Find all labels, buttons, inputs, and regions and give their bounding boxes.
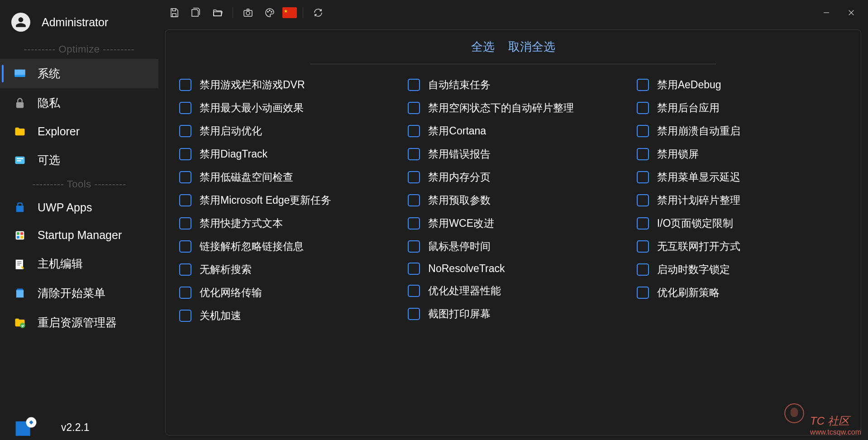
checkbox-item[interactable]: 鼠标悬停时间 — [408, 239, 623, 253]
save-all-button[interactable] — [187, 4, 205, 22]
checkbox-icon — [179, 287, 191, 299]
sidebar-item-optional[interactable]: 可选 — [0, 145, 158, 175]
checkbox-icon — [408, 148, 420, 160]
checkbox-item[interactable]: 优化刷新策略 — [637, 286, 852, 300]
checkbox-icon — [637, 287, 649, 299]
checkbox-label: 禁用预取参数 — [428, 193, 491, 207]
checkbox-icon — [637, 217, 649, 230]
checkbox-grid: 禁用游戏栏和游戏DVR 禁用最大最小动画效果 禁用启动优化 禁用DiagTrac… — [175, 78, 852, 323]
store-icon — [14, 201, 26, 214]
checkbox-item[interactable]: 禁用锁屏 — [637, 147, 852, 161]
checkbox-item[interactable]: 禁用Cortana — [408, 124, 623, 138]
refresh-button[interactable] — [309, 4, 327, 22]
checkbox-item[interactable]: NoResolveTrack — [408, 263, 623, 275]
checkbox-label: 无互联网打开方式 — [657, 239, 740, 253]
sidebar-item-clearstart[interactable]: 清除开始菜单 — [0, 278, 158, 308]
theme-button[interactable] — [261, 4, 279, 22]
checkbox-item[interactable]: 禁用预取参数 — [408, 193, 623, 207]
checkbox-label: 禁用低磁盘空间检查 — [200, 170, 293, 184]
checkbox-item[interactable]: 禁用崩溃自动重启 — [637, 124, 852, 138]
version-section: v2.2.1 — [14, 415, 90, 440]
svg-rect-8 — [20, 232, 23, 235]
svg-point-19 — [269, 10, 270, 11]
checkbox-icon — [179, 148, 191, 160]
checkbox-icon — [408, 102, 420, 114]
checkbox-item[interactable]: 优化网络传输 — [179, 286, 394, 300]
checkbox-label: 禁用Microsoft Edge更新任务 — [200, 193, 331, 207]
minimize-button[interactable] — [816, 4, 836, 22]
svg-rect-1 — [14, 69, 25, 75]
checkbox-label: 禁用锁屏 — [657, 147, 699, 161]
svg-rect-2 — [16, 102, 24, 108]
checkbox-icon — [637, 102, 649, 114]
checkbox-item[interactable]: 禁用快捷方式文本 — [179, 216, 394, 230]
save-all-icon — [191, 7, 201, 18]
checkbox-icon — [179, 310, 191, 322]
checkbox-icon — [408, 263, 420, 275]
checkbox-icon — [637, 263, 649, 276]
optional-icon — [14, 154, 26, 167]
checkbox-item[interactable]: 禁用错误报告 — [408, 147, 623, 161]
checkbox-item[interactable]: 关机加速 — [179, 309, 394, 323]
save-icon — [169, 7, 180, 18]
watermark-url: www.tcsqw.com — [810, 428, 861, 436]
username: Administrator — [42, 16, 108, 29]
checkbox-item[interactable]: 禁用DiagTrack — [179, 147, 394, 161]
checkbox-item[interactable]: 优化处理器性能 — [408, 284, 623, 298]
sidebar-item-privacy[interactable]: 隐私 — [0, 88, 158, 118]
checkbox-item[interactable]: 禁用计划碎片整理 — [637, 193, 852, 207]
checkbox-item[interactable]: 禁用启动优化 — [179, 124, 394, 138]
nav-label: 系统 — [38, 66, 60, 81]
checkbox-item[interactable]: 启动时数字锁定 — [637, 263, 852, 277]
checkbox-item[interactable]: 禁用WCE改进 — [408, 216, 623, 230]
checkbox-item[interactable]: 禁用低磁盘空间检查 — [179, 170, 394, 184]
sidebar-item-startup[interactable]: Startup Manager — [0, 221, 158, 249]
checkbox-icon — [408, 79, 420, 91]
svg-point-18 — [267, 11, 268, 12]
checkbox-icon — [179, 240, 191, 253]
nav-label: 可选 — [38, 153, 60, 167]
checkbox-item[interactable]: 自动结束任务 — [408, 78, 623, 92]
checkbox-item[interactable]: 无互联网打开方式 — [637, 239, 852, 253]
checkbox-item[interactable]: 链接解析忽略链接信息 — [179, 239, 394, 253]
checkbox-item[interactable]: 禁用菜单显示延迟 — [637, 170, 852, 184]
sidebar-item-hostedit[interactable]: 主机编辑 — [0, 249, 158, 278]
sidebar-item-uwp[interactable]: UWP Apps — [0, 194, 158, 221]
checkbox-column: 禁用AeDebug 禁用后台应用 禁用崩溃自动重启 禁用锁屏 禁用菜单显示延迟 … — [637, 78, 852, 323]
palette-icon — [264, 7, 275, 18]
sidebar-item-restartexplorer[interactable]: 重启资源管理器 — [0, 308, 158, 337]
checkbox-item[interactable]: 禁用后台应用 — [637, 101, 852, 115]
screenshot-button[interactable] — [239, 4, 257, 22]
checkbox-item[interactable]: 禁用AeDebug — [637, 78, 852, 92]
close-button[interactable] — [841, 4, 861, 22]
save-button[interactable] — [165, 4, 183, 22]
checkbox-label: 截图打印屏幕 — [428, 307, 491, 321]
section-tools-label: --------- Tools --------- — [0, 175, 158, 194]
checkbox-icon — [637, 79, 649, 91]
toolbar-separator — [303, 7, 303, 18]
app-logo-icon — [14, 415, 38, 440]
checkbox-item[interactable]: 截图打印屏幕 — [408, 307, 623, 321]
toolbar — [158, 0, 868, 25]
open-button[interactable] — [209, 4, 227, 22]
checkbox-item[interactable]: 禁用Microsoft Edge更新任务 — [179, 193, 394, 207]
checkbox-item[interactable]: I/O页面锁定限制 — [637, 216, 852, 230]
checkbox-label: 优化处理器性能 — [428, 284, 501, 298]
checkbox-item[interactable]: 禁用游戏栏和游戏DVR — [179, 78, 394, 92]
checkbox-item[interactable]: 无解析搜索 — [179, 263, 394, 277]
sidebar-item-system[interactable]: 系统 — [0, 59, 158, 88]
checkbox-item[interactable]: 禁用最大最小动画效果 — [179, 101, 394, 115]
checkbox-item[interactable]: 禁用空闲状态下的自动碎片整理 — [408, 101, 623, 115]
checkbox-icon — [408, 194, 420, 206]
sidebar-item-explorer[interactable]: Explorer — [0, 118, 158, 145]
checkbox-label: 禁用启动优化 — [200, 124, 262, 138]
camera-icon — [243, 7, 253, 18]
select-all-link[interactable]: 全选 — [471, 39, 495, 55]
folder-open-icon — [212, 7, 223, 18]
deselect-all-link[interactable]: 取消全选 — [508, 39, 555, 55]
svg-rect-5 — [17, 160, 21, 161]
language-button[interactable] — [282, 7, 297, 18]
checkbox-item[interactable]: 禁用内存分页 — [408, 170, 623, 184]
checkbox-icon — [637, 194, 649, 206]
version-text: v2.2.1 — [61, 421, 90, 434]
